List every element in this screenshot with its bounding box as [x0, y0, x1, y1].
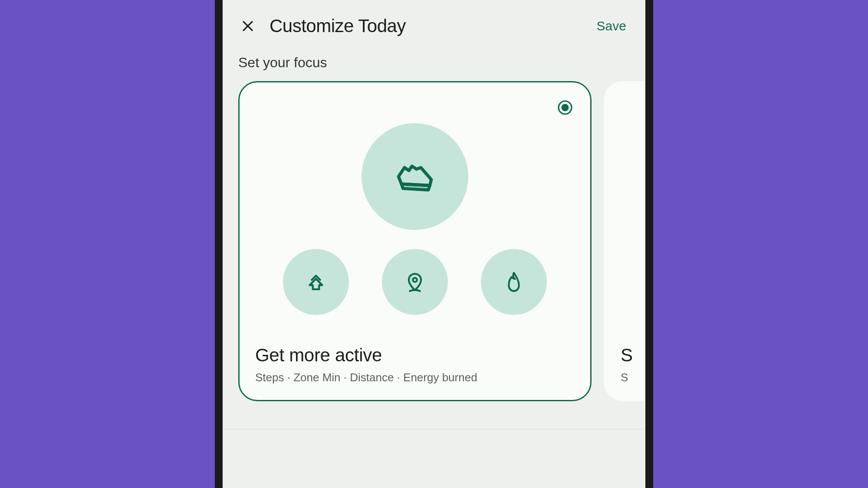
- sub-metrics-row: [283, 249, 547, 315]
- sub-metric-zone: [283, 249, 349, 315]
- svg-point-3: [562, 104, 569, 111]
- arrows-up-icon: [303, 269, 329, 295]
- sub-metric-distance: [382, 249, 448, 315]
- card-icon-grid: [621, 98, 645, 340]
- save-button[interactable]: Save: [593, 16, 630, 36]
- section-label: Set your focus: [223, 45, 645, 81]
- header: Customize Today Save: [223, 0, 645, 45]
- stage: Customize Today Save Set your focus: [0, 0, 868, 488]
- sub-metric-energy: [481, 249, 547, 315]
- flame-icon: [502, 270, 526, 294]
- focus-card-get-active[interactable]: Get more active Steps · Zone Min · Dista…: [238, 81, 592, 401]
- phone-frame: Customize Today Save Set your focus: [215, 0, 653, 488]
- radio-selected[interactable]: [557, 100, 573, 115]
- location-pin-icon: [403, 270, 427, 294]
- main-metric-icon-bg: [362, 123, 468, 230]
- card-subtitle: S: [621, 371, 645, 384]
- focus-cards-row[interactable]: Get more active Steps · Zone Min · Dista…: [223, 81, 645, 401]
- card-title: S: [621, 345, 645, 366]
- focus-card-next[interactable]: S S: [604, 81, 645, 401]
- radio-selected-icon: [557, 100, 573, 115]
- section-divider: [223, 429, 645, 429]
- svg-point-4: [413, 278, 417, 282]
- page-title: Customize Today: [270, 16, 581, 36]
- close-icon: [240, 19, 255, 33]
- phone-screen: Customize Today Save Set your focus: [223, 0, 645, 488]
- card-subtitle: Steps · Zone Min · Distance · Energy bur…: [255, 371, 575, 384]
- shoe-icon: [391, 153, 439, 200]
- card-title: Get more active: [255, 345, 575, 366]
- close-button[interactable]: [238, 16, 257, 36]
- card-icon-grid: [255, 98, 575, 340]
